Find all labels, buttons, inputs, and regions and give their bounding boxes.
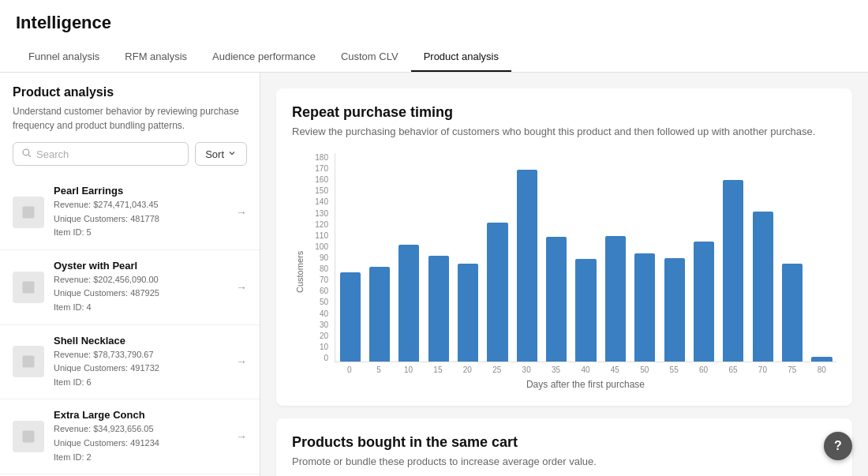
bar xyxy=(340,272,361,362)
sidebar-controls: Sort xyxy=(0,142,260,175)
product-arrow-icon: → xyxy=(236,206,247,219)
x-tick: 80 xyxy=(807,365,836,374)
y-tick: 50 xyxy=(311,298,328,306)
app-title: Intelligence xyxy=(16,13,852,33)
bar-group xyxy=(600,161,630,362)
nav-tab-custom-clv[interactable]: Custom CLV xyxy=(328,43,411,72)
search-box[interactable] xyxy=(13,142,189,166)
y-tick: 20 xyxy=(311,332,328,340)
y-tick: 160 xyxy=(311,175,328,184)
bar xyxy=(811,357,832,362)
product-arrow-icon: → xyxy=(236,355,247,368)
chart-title: Repeat purchase timing xyxy=(292,104,836,121)
bar-group xyxy=(453,161,482,362)
x-tick: 50 xyxy=(630,365,659,374)
sidebar-title: Product analysis xyxy=(13,85,247,99)
nav-tab-product-analysis[interactable]: Product analysis xyxy=(411,43,511,72)
bar xyxy=(487,223,507,362)
product-revenue: Revenue: $34,923,656.05 xyxy=(54,422,230,437)
product-name: Oyster with Pearl xyxy=(54,260,230,272)
product-info: Shell Necklace Revenue: $78,733,790.67 U… xyxy=(54,335,230,390)
bar xyxy=(782,264,803,362)
y-axis-label: Customers xyxy=(292,153,308,390)
bottom-card-title: Products bought in the same cart xyxy=(292,434,836,451)
search-input[interactable] xyxy=(36,148,180,160)
product-item[interactable]: Pearl Earrings Revenue: $274,471,043.45 … xyxy=(0,175,260,250)
sidebar-header: Product analysis Understand customer beh… xyxy=(0,73,260,142)
bar xyxy=(428,256,449,362)
bar-group xyxy=(689,161,718,362)
bar-group xyxy=(719,161,748,362)
bar-group xyxy=(512,161,541,362)
y-tick: 0 xyxy=(311,354,328,362)
bottom-card: Products bought in the same cart Promote… xyxy=(276,418,852,476)
product-item-id: Item ID: 6 xyxy=(54,376,230,390)
bottom-card-desc: Promote or bundle these products to incr… xyxy=(292,455,836,467)
bar xyxy=(517,170,537,362)
product-item-id: Item ID: 5 xyxy=(54,226,230,240)
product-name: Pearl Earrings xyxy=(54,185,230,197)
y-tick: 90 xyxy=(311,253,328,262)
x-tick: 65 xyxy=(718,365,747,374)
y-tick: 140 xyxy=(311,197,328,206)
product-list: Pearl Earrings Revenue: $274,471,043.45 … xyxy=(0,175,260,476)
product-customers: Unique Customers: 487925 xyxy=(54,287,230,301)
y-ticks: 0102030405060708090100110120130140150160… xyxy=(311,153,335,362)
bar xyxy=(753,212,773,362)
bar-group xyxy=(748,161,777,362)
product-thumbnail xyxy=(13,272,44,303)
bar xyxy=(723,180,743,362)
chart-desc: Review the purchasing behavior of custom… xyxy=(292,126,836,137)
product-name: Extra Large Conch xyxy=(54,409,230,421)
chevron-down-icon xyxy=(227,148,237,160)
bars-area xyxy=(335,153,836,362)
x-axis-label: Days after the first purchase xyxy=(311,379,836,390)
product-revenue: Revenue: $202,456,090.00 xyxy=(54,273,230,287)
product-name: Shell Necklace xyxy=(54,335,230,347)
product-item[interactable]: Oyster with Pearl Revenue: $202,456,090.… xyxy=(0,250,260,325)
bar xyxy=(458,264,478,362)
product-info: Pearl Earrings Revenue: $274,471,043.45 … xyxy=(54,185,230,240)
bar-group xyxy=(630,161,660,362)
x-tick: 45 xyxy=(600,365,630,374)
x-tick: 20 xyxy=(453,365,482,374)
bar-group xyxy=(365,161,394,362)
help-button[interactable]: ? xyxy=(824,432,852,460)
product-info: Extra Large Conch Revenue: $34,923,656.0… xyxy=(54,409,230,464)
bar xyxy=(634,253,655,362)
product-info: Oyster with Pearl Revenue: $202,456,090.… xyxy=(54,260,230,315)
x-tick: 60 xyxy=(689,365,718,374)
product-arrow-icon: → xyxy=(236,281,247,294)
product-item[interactable]: Extra Large Conch Revenue: $34,923,656.0… xyxy=(0,399,260,474)
bar-group xyxy=(807,161,836,362)
bar xyxy=(575,259,596,362)
nav-tab-rfm-analysis[interactable]: RFM analysis xyxy=(112,43,200,72)
nav-tab-funnel-analysis[interactable]: Funnel analysis xyxy=(16,43,112,72)
product-item[interactable]: Shell Necklace Revenue: $78,733,790.67 U… xyxy=(0,325,260,400)
chart-area: Customers 010203040506070809010011012013… xyxy=(292,153,836,390)
x-tick: 5 xyxy=(364,365,393,374)
product-customers: Unique Customers: 491732 xyxy=(54,362,230,376)
bar xyxy=(398,245,419,362)
svg-rect-5 xyxy=(23,431,35,443)
product-arrow-icon: → xyxy=(236,430,247,443)
x-tick: 25 xyxy=(482,365,511,374)
bar-group xyxy=(395,161,424,362)
nav-tab-audience-performance[interactable]: Audience performance xyxy=(200,43,328,72)
bar-group xyxy=(483,161,512,362)
y-tick: 170 xyxy=(311,164,328,173)
bar-group xyxy=(424,161,453,362)
nav-tabs: Funnel analysisRFM analysisAudience perf… xyxy=(16,43,852,72)
y-tick: 60 xyxy=(311,287,328,295)
main-layout: Product analysis Understand customer beh… xyxy=(0,73,868,476)
bar xyxy=(369,267,390,362)
bar-group xyxy=(777,161,806,362)
sidebar: Product analysis Understand customer beh… xyxy=(0,73,260,476)
y-tick: 180 xyxy=(311,153,328,162)
chart-card: Repeat purchase timing Review the purcha… xyxy=(276,88,852,406)
product-thumbnail xyxy=(13,197,44,228)
sort-button[interactable]: Sort xyxy=(195,142,247,166)
x-tick: 10 xyxy=(394,365,423,374)
y-tick: 40 xyxy=(311,309,328,318)
svg-rect-4 xyxy=(23,356,35,368)
